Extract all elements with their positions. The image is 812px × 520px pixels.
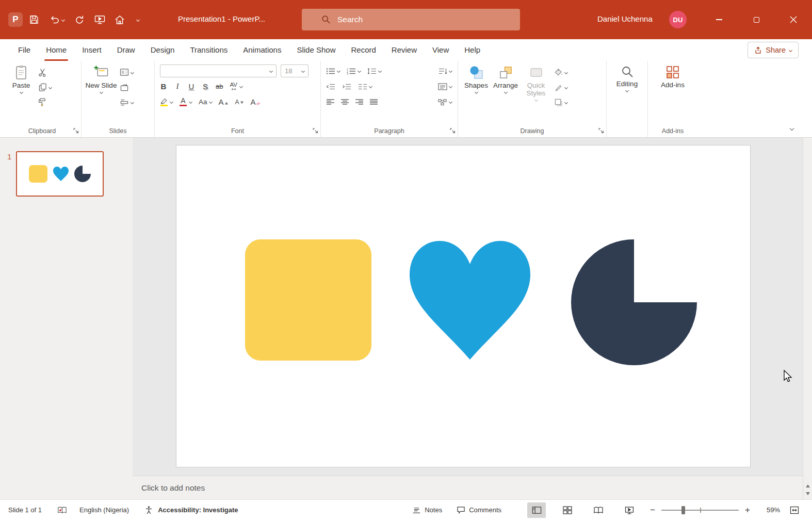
rounded-square-shape[interactable]	[245, 239, 371, 361]
bullets-button[interactable]	[326, 66, 340, 77]
clipboard-dialog-launcher[interactable]	[73, 128, 79, 134]
clear-formatting-button[interactable]: A	[251, 98, 260, 106]
tab-review[interactable]: Review	[384, 39, 425, 61]
tab-transitions[interactable]: Transitions	[182, 39, 235, 61]
text-shadow-button[interactable]: S	[202, 82, 209, 91]
columns-button[interactable]	[358, 81, 372, 92]
slide-editor-area[interactable]	[133, 138, 803, 476]
tab-design[interactable]: Design	[143, 39, 183, 61]
font-name-combobox[interactable]	[160, 64, 277, 77]
highlight-color-button[interactable]	[160, 98, 168, 106]
shape-fill-button[interactable]	[554, 67, 567, 78]
redo-button[interactable]	[71, 11, 88, 28]
slide-indicator[interactable]: Slide 1 of 1	[8, 506, 42, 514]
numbering-button[interactable]: 123	[347, 66, 361, 77]
start-slideshow-button[interactable]	[91, 11, 108, 28]
editing-button[interactable]: Editing	[611, 62, 644, 125]
scroll-up-arrow-icon[interactable]	[806, 484, 810, 488]
shape-outline-button[interactable]	[554, 82, 567, 93]
format-painter-button[interactable]	[38, 96, 52, 108]
quick-styles-button[interactable]: Quick Styles	[521, 62, 551, 125]
align-text-button[interactable]	[438, 81, 452, 92]
zoom-slider[interactable]	[661, 510, 739, 511]
share-button[interactable]: Share	[748, 42, 799, 58]
close-button[interactable]	[775, 0, 812, 39]
tab-animations[interactable]: Animations	[235, 39, 289, 61]
zoom-out-button[interactable]: −	[649, 505, 656, 515]
align-center-button[interactable]	[340, 96, 349, 108]
slide-sorter-view-button[interactable]	[558, 502, 577, 518]
customize-qat-button[interactable]	[131, 11, 144, 28]
justify-button[interactable]	[369, 96, 378, 108]
text-direction-button[interactable]	[438, 66, 452, 77]
slide-canvas[interactable]	[176, 145, 751, 467]
maximize-button[interactable]	[738, 0, 775, 39]
section-button[interactable]	[120, 96, 134, 108]
fit-slide-to-window-button[interactable]	[785, 502, 804, 518]
zoom-in-button[interactable]: +	[744, 505, 751, 515]
increase-indent-button[interactable]	[342, 81, 351, 92]
notes-pane[interactable]: Click to add notes	[133, 476, 803, 499]
tab-slide-show[interactable]: Slide Show	[289, 39, 343, 61]
minimize-button[interactable]	[701, 0, 738, 39]
home-button[interactable]	[111, 11, 128, 28]
tab-insert[interactable]: Insert	[74, 39, 109, 61]
arrange-button[interactable]: Arrange	[491, 62, 521, 125]
vertical-scrollbar[interactable]	[803, 138, 812, 499]
decrease-indent-button[interactable]	[326, 81, 335, 92]
slideshow-view-button[interactable]	[620, 502, 639, 518]
scroll-down-arrow-icon[interactable]	[806, 492, 810, 495]
tab-view[interactable]: View	[425, 39, 457, 61]
font-color-button[interactable]: A	[180, 98, 187, 106]
align-right-button[interactable]	[355, 96, 364, 108]
search-box[interactable]: Search	[302, 9, 520, 30]
align-left-button[interactable]	[326, 96, 335, 108]
tab-file[interactable]: File	[10, 39, 38, 61]
accessibility-status[interactable]: Accessibility: Investigate	[158, 506, 238, 514]
convert-smartart-button[interactable]	[438, 96, 452, 108]
reading-view-button[interactable]	[589, 502, 608, 518]
user-name[interactable]: Daniel Uchenna	[597, 14, 653, 23]
line-spacing-button[interactable]	[367, 66, 381, 77]
paste-button[interactable]: Paste	[7, 62, 36, 125]
copy-button[interactable]	[38, 82, 52, 93]
pie-shape[interactable]	[571, 239, 697, 365]
tab-home[interactable]: Home	[38, 39, 74, 61]
notes-toggle-button[interactable]: Notes	[412, 506, 442, 514]
paragraph-dialog-launcher[interactable]	[450, 128, 456, 134]
collapse-ribbon-button[interactable]	[790, 123, 793, 132]
shapes-button[interactable]: Shapes	[462, 62, 491, 125]
increase-font-size-button[interactable]: A	[219, 98, 229, 106]
language-indicator[interactable]: English (Nigeria)	[79, 506, 129, 514]
undo-button[interactable]	[45, 11, 68, 28]
slide-thumbnail[interactable]	[16, 151, 104, 197]
reset-button[interactable]	[120, 82, 134, 93]
accessibility-checker-button[interactable]	[144, 506, 153, 515]
zoom-slider-thumb[interactable]	[681, 506, 685, 514]
addins-button[interactable]: Add-ins	[655, 62, 691, 125]
powerpoint-logo-icon[interactable]: P	[8, 12, 23, 27]
bold-button[interactable]: B	[160, 82, 167, 91]
font-size-combobox[interactable]: 18	[281, 64, 308, 77]
comments-button[interactable]: Comments	[457, 506, 501, 514]
character-spacing-button[interactable]: AV	[230, 82, 237, 91]
heart-shape[interactable]	[410, 241, 530, 360]
cut-button[interactable]	[38, 67, 52, 78]
change-case-button[interactable]: Aa	[199, 98, 207, 106]
tab-help[interactable]: Help	[457, 39, 488, 61]
decrease-font-size-button[interactable]: A	[235, 99, 244, 106]
shape-effects-button[interactable]	[554, 96, 567, 108]
drawing-dialog-launcher[interactable]	[598, 128, 604, 134]
spell-check-button[interactable]	[57, 506, 67, 514]
new-slide-button[interactable]: New Slide	[85, 62, 117, 125]
normal-view-button[interactable]	[527, 502, 546, 518]
zoom-level[interactable]: 59%	[758, 506, 780, 514]
save-button[interactable]	[25, 11, 43, 28]
underline-button[interactable]: U	[188, 82, 195, 91]
strikethrough-button[interactable]: ab	[216, 83, 223, 90]
tab-draw[interactable]: Draw	[109, 39, 143, 61]
tab-record[interactable]: Record	[343, 39, 383, 61]
italic-button[interactable]: I	[174, 82, 181, 91]
layout-button[interactable]	[120, 67, 134, 78]
user-avatar[interactable]: DU	[669, 11, 687, 28]
